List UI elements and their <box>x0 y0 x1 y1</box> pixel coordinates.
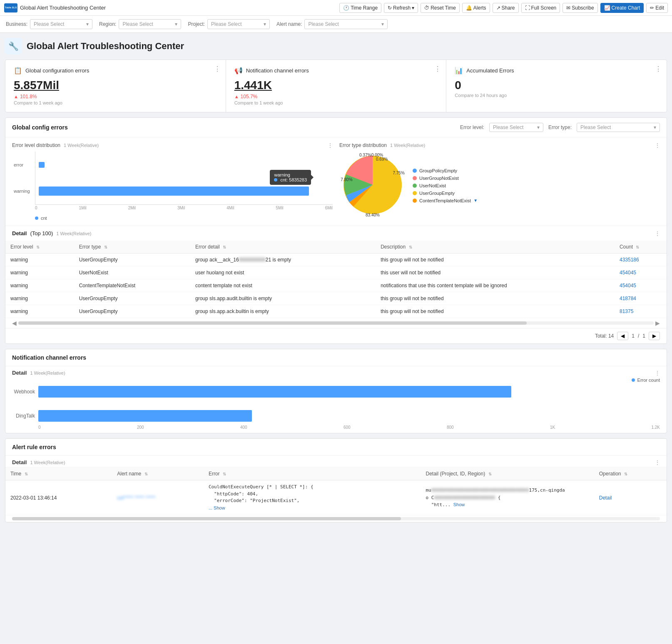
alert-name-link[interactable]: coi***** ***** ***** <box>117 495 155 501</box>
sort-icon-error-type[interactable]: ⇅ <box>104 245 107 249</box>
region-select[interactable]: Please Select ▾ <box>119 19 181 29</box>
alert-rule-detail-header: Detail 1 Week(Relative) ⋮ <box>5 456 667 467</box>
table-row: warning ContentTemplateNotExist content … <box>5 279 667 292</box>
tooltip-label: warning <box>274 172 290 177</box>
metric-compare-2: Compare to 1 week ago <box>234 100 438 105</box>
col-time: Time ⇅ <box>5 467 112 480</box>
col-description: Description ⇅ <box>376 241 615 254</box>
scrollbar-thumb[interactable] <box>18 321 527 325</box>
alert-rule-more-icon[interactable]: ⋮ <box>655 460 660 465</box>
legend-expand-icon[interactable]: ▼ <box>473 198 478 203</box>
notification-more-icon[interactable]: ⋮ <box>655 370 660 376</box>
detail-period: 1 Week(Relative) <box>56 231 91 236</box>
share-button[interactable]: ↗ Share <box>493 3 519 13</box>
business-filter: Business: Please Select ▾ <box>6 19 92 29</box>
sort-icon-detail-region[interactable]: ⇅ <box>488 472 492 476</box>
alert-rule-section-header: Alert rule errors <box>5 439 667 456</box>
reset-time-button[interactable]: ⏱ Reset Time <box>421 3 460 13</box>
business-select[interactable]: Please Select ▾ <box>30 19 92 29</box>
pie-chart-more-icon[interactable]: ⋮ <box>655 142 660 148</box>
business-label: Business: <box>6 21 27 27</box>
tooltip-cnt: cnt: 5835283 <box>281 177 307 182</box>
current-page: 1 <box>632 333 635 339</box>
count-link[interactable]: 454045 <box>620 283 636 288</box>
project-select[interactable]: Please Select ▾ <box>207 19 270 29</box>
time-range-icon: 🕐 <box>343 5 349 11</box>
alerts-button[interactable]: 🔔 Alerts <box>462 3 490 13</box>
global-config-section: Global config errors Error level: Please… <box>5 117 667 344</box>
error-level-select[interactable]: Please Select ▾ <box>489 123 543 132</box>
col-operation: Operation ⇅ <box>594 467 667 480</box>
edit-button[interactable]: ✏ Edit <box>646 3 668 13</box>
scroll-right-icon[interactable]: ▶ <box>655 320 660 326</box>
table-scrollbar-area: ◀ ▶ <box>5 318 667 328</box>
metric-value-2[interactable]: 1.441K <box>234 79 438 92</box>
cell-error-detail: group ack__ack_16XXXXXXXX21 is empty <box>190 254 376 266</box>
notif-bar-fill-webhook <box>38 386 511 398</box>
detail-show-link[interactable]: Show <box>453 502 465 507</box>
count-link[interactable]: 81375 <box>620 308 633 314</box>
sort-icon-error[interactable]: ⇅ <box>223 472 226 476</box>
metric-more-2[interactable]: ⋮ <box>434 65 441 73</box>
metric-more-1[interactable]: ⋮ <box>214 65 221 73</box>
full-screen-button[interactable]: ⛶ Full Screen <box>521 3 560 13</box>
share-icon: ↗ <box>496 5 500 11</box>
legend-dot-usernotexist <box>413 184 417 188</box>
alert-name-select[interactable]: Please Select ▾ <box>304 19 388 29</box>
metric-more-3[interactable]: ⋮ <box>655 65 662 73</box>
count-link[interactable]: 4335186 <box>620 257 639 263</box>
region-filter: Region: Please Select ▾ <box>99 19 181 29</box>
sort-icon-count[interactable]: ⇅ <box>636 245 639 249</box>
pie-label-775: 7.75% <box>393 171 404 175</box>
notification-section-header: Notification channel errors <box>5 349 667 366</box>
metric-compare-3: Compare to 24 hours ago <box>455 93 658 98</box>
sort-icon-error-level[interactable]: ⇅ <box>36 245 40 249</box>
metric-card-header-2: 📢 Notification channel errors <box>234 67 438 75</box>
pie-label-037: 0.37% <box>359 153 371 157</box>
count-link[interactable]: 454045 <box>620 270 636 276</box>
detail-operation-link[interactable]: Detail <box>599 495 612 501</box>
bar-legend: cnt <box>12 216 333 221</box>
table-scrollbar[interactable]: ◀ ▶ <box>12 320 660 326</box>
bar-chart-more-icon[interactable]: ⋮ <box>328 142 333 148</box>
scroll-left-icon[interactable]: ◀ <box>12 320 17 326</box>
sort-icon-description[interactable]: ⇅ <box>409 245 412 249</box>
metric-title-3: Accumulated Errors <box>466 67 514 74</box>
scrollbar-track <box>18 321 654 325</box>
table-row: warning UserGroupEmpty group ack__ack_16… <box>5 254 667 266</box>
count-link[interactable]: 418784 <box>620 296 636 301</box>
error-show-link[interactable]: ... Show <box>209 505 225 510</box>
metric-value-1[interactable]: 5.857Mil <box>14 79 217 92</box>
detail-more-icon[interactable]: ⋮ <box>655 231 660 236</box>
cell-error-level: warning <box>5 279 74 292</box>
sort-icon-error-detail[interactable]: ⇅ <box>223 245 226 249</box>
alert-table-scrollbar[interactable] <box>12 517 660 520</box>
error-type-select[interactable]: Please Select ▾ <box>577 123 660 132</box>
alert-scrollbar-thumb[interactable] <box>12 517 401 520</box>
cell-operation: Detail <box>594 480 667 515</box>
page-header: 🔧 Global Alert Troubleshooting Center <box>5 38 667 55</box>
notif-bar-label-dingtalk: DingTalk <box>12 413 35 419</box>
prev-page-button[interactable]: ◀ <box>617 332 628 340</box>
error-type-arrow-icon: ▾ <box>654 124 656 130</box>
time-range-button[interactable]: 🕐 Time Range <box>339 3 381 13</box>
region-arrow-icon: ▾ <box>175 21 177 27</box>
metric-icon-2: 📢 <box>234 67 243 75</box>
pie-svg-wrapper: 83.40% 7.80% 7.75% 0.69% 0.37% 0.00% <box>339 152 406 219</box>
alert-table-scrollbar-area <box>5 515 667 522</box>
sort-icon-operation[interactable]: ⇅ <box>624 472 627 476</box>
cell-error: CouldNotExecuteQuery [* | SELECT *]: { "… <box>204 480 421 515</box>
sort-icon-alert-name[interactable]: ⇅ <box>144 472 148 476</box>
create-chart-button[interactable]: 📈 Create Chart <box>600 3 644 13</box>
col-error: Error ⇅ <box>204 467 421 480</box>
cell-error-detail: user huolang not exist <box>190 266 376 279</box>
notif-bars-container: Webhook DingTalk 0 200 400 600 800 1K 1.… <box>5 386 667 433</box>
pie-label-000: 0.00% <box>371 153 383 157</box>
sort-icon-time[interactable]: ⇅ <box>25 472 28 476</box>
next-page-button[interactable]: ▶ <box>649 332 660 340</box>
notification-detail-header: Detail 1 Week(Relative) ⋮ <box>5 366 667 378</box>
refresh-button[interactable]: ↻ Refresh ▾ <box>384 3 418 13</box>
trend-arrow-1: ▲ <box>14 94 18 99</box>
metric-card-accumulated: 📊 Accumulated Errors ⋮ 0 Compare to 24 h… <box>446 60 667 112</box>
subscribe-button[interactable]: ✉ Subscribe <box>562 3 597 13</box>
